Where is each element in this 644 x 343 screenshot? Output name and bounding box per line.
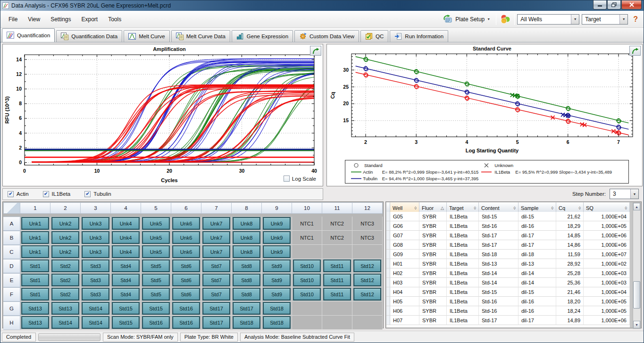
well-B8[interactable]: Unk8	[232, 231, 262, 245]
well-A1[interactable]: Unk1	[20, 217, 50, 231]
tab-quantification[interactable]: Quantification	[2, 28, 55, 42]
well-D3[interactable]: Std3	[81, 259, 111, 273]
plate-col-header-10[interactable]: 10	[292, 202, 322, 214]
tab-gene-expression[interactable]: Gene Expression	[232, 30, 293, 42]
well-B6[interactable]: Unk6	[171, 231, 201, 245]
well-D10[interactable]: Std10	[292, 259, 322, 273]
menu-tools[interactable]: Tools	[103, 14, 126, 25]
scroll-up-icon[interactable]: ▲	[633, 203, 640, 210]
amplification-chart[interactable]: Amplification01020304002468101214RFU (10…	[3, 44, 323, 186]
well-E6[interactable]: Std6	[171, 273, 201, 287]
close-button[interactable]	[621, 0, 642, 9]
well-H7[interactable]: Std17	[201, 316, 232, 330]
well-B4[interactable]: Unk4	[111, 231, 141, 245]
well-E8[interactable]: Std8	[232, 273, 262, 287]
plate-col-header-3[interactable]: 3	[81, 202, 111, 214]
well-D7[interactable]: Std7	[201, 259, 232, 273]
well-A7[interactable]: Unk7	[201, 217, 232, 231]
well-C7[interactable]: Unk7	[201, 245, 232, 259]
tab-run-information[interactable]: Run Information	[390, 30, 448, 42]
well-F7[interactable]: Std7	[201, 287, 232, 301]
plate-row-header-D[interactable]: D	[3, 259, 20, 273]
step-number-select[interactable]: 3 ▼	[610, 189, 639, 199]
plate-col-header-4[interactable]: 4	[111, 202, 141, 214]
well-A8[interactable]: Unk8	[232, 217, 262, 231]
well-B5[interactable]: Unk5	[141, 231, 171, 245]
plate-col-header-2[interactable]: 2	[50, 202, 81, 214]
well-F9[interactable]: Std9	[262, 287, 292, 301]
well-F6[interactable]: Std6	[171, 287, 201, 301]
well-A12[interactable]: NTC3	[352, 217, 383, 231]
target-checkbox-actin[interactable]: ✔Actin	[8, 191, 29, 197]
well-F2[interactable]: Std2	[50, 287, 81, 301]
plate-col-header-12[interactable]: 12	[352, 202, 383, 214]
well-G4[interactable]: Std15	[111, 301, 141, 316]
well-H4[interactable]: Std15	[111, 316, 141, 330]
well-A4[interactable]: Unk4	[111, 217, 141, 231]
well-E9[interactable]: Std9	[262, 273, 292, 287]
log-scale-checkbox[interactable]: Log Scale	[284, 176, 316, 182]
well-C3[interactable]: Unk3	[81, 245, 111, 259]
dye-colors-icon[interactable]	[499, 14, 512, 25]
plate-row-header-E[interactable]: E	[3, 273, 20, 287]
chart-menu-button[interactable]	[310, 46, 321, 56]
well-A10[interactable]: NTC1	[292, 217, 322, 231]
plate-row-header-B[interactable]: B	[3, 231, 20, 245]
plate-row-header-C[interactable]: C	[3, 245, 20, 259]
well-F3[interactable]: Std3	[81, 287, 111, 301]
well-C4[interactable]: Unk4	[111, 245, 141, 259]
well-C5[interactable]: Unk5	[141, 245, 171, 259]
table-scrollbar[interactable]: ▲ ▼	[633, 202, 641, 329]
menu-file[interactable]: File	[3, 14, 23, 25]
well-F11[interactable]: Std11	[322, 287, 352, 301]
well-B1[interactable]: Unk1	[20, 231, 50, 245]
well-B11[interactable]: NTC2	[322, 231, 352, 245]
well-C6[interactable]: Unk6	[171, 245, 201, 259]
plate-col-header-1[interactable]: 1	[20, 202, 50, 214]
well-H3[interactable]: Std14	[81, 316, 111, 330]
tab-qc[interactable]: QC	[360, 30, 388, 42]
well-C8[interactable]: Unk8	[232, 245, 262, 259]
well-A6[interactable]: Unk6	[171, 217, 201, 231]
well-B3[interactable]: Unk3	[81, 231, 111, 245]
tab-melt-curve-data[interactable]: Melt Curve Data	[171, 30, 230, 42]
tab-melt-curve[interactable]: Melt Curve	[124, 30, 170, 42]
plate-col-header-7[interactable]: 7	[201, 202, 232, 214]
plate-col-header-8[interactable]: 8	[232, 202, 262, 214]
tab-custom-data-view[interactable]: Custom Data View	[294, 30, 359, 42]
well-B7[interactable]: Unk7	[201, 231, 232, 245]
well-E1[interactable]: Std1	[20, 273, 50, 287]
wells-select[interactable]: All Wells ▼	[517, 14, 579, 25]
well-E2[interactable]: Std2	[50, 273, 81, 287]
standard-curve-chart[interactable]: Standard Curve23456715202530CqLog Starti…	[327, 44, 642, 157]
well-E3[interactable]: Std3	[81, 273, 111, 287]
menu-view[interactable]: View	[23, 14, 45, 25]
plate-col-header-6[interactable]: 6	[171, 202, 201, 214]
plate-row-header-F[interactable]: F	[3, 287, 20, 301]
plate-col-header-9[interactable]: 9	[262, 202, 292, 214]
well-A5[interactable]: Unk5	[141, 217, 171, 231]
plate-col-header-11[interactable]: 11	[322, 202, 352, 214]
well-D4[interactable]: Std4	[111, 259, 141, 273]
well-F10[interactable]: Std10	[292, 287, 322, 301]
minimize-button[interactable]	[593, 0, 607, 9]
menu-export[interactable]: Export	[76, 14, 103, 25]
well-F4[interactable]: Std4	[111, 287, 141, 301]
plate-setup-button[interactable]: Plate Setup ▼	[439, 13, 493, 25]
well-H1[interactable]: Std13	[20, 316, 50, 330]
well-F1[interactable]: Std1	[20, 287, 50, 301]
well-D9[interactable]: Std9	[262, 259, 292, 273]
well-E10[interactable]: Std10	[292, 273, 322, 287]
well-E7[interactable]: Std7	[201, 273, 232, 287]
scrollbar-thumb[interactable]	[633, 281, 640, 309]
well-A2[interactable]: Unk2	[50, 217, 81, 231]
well-D2[interactable]: Std2	[50, 259, 81, 273]
scroll-down-icon[interactable]: ▼	[633, 321, 640, 328]
well-D5[interactable]: Std5	[141, 259, 171, 273]
well-H8[interactable]: Std18	[232, 316, 262, 330]
well-F12[interactable]: Std12	[352, 287, 383, 301]
well-G5[interactable]: Std15	[141, 301, 171, 316]
well-B9[interactable]: Unk9	[262, 231, 292, 245]
well-H5[interactable]: Std16	[141, 316, 171, 330]
tab-quantification-data[interactable]: Quantification Data	[56, 30, 122, 42]
